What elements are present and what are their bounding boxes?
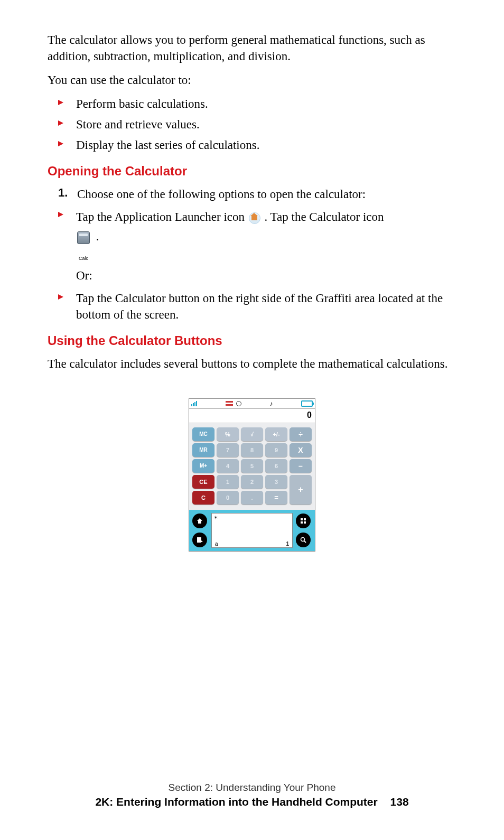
svg-rect-8	[304, 521, 306, 524]
percent-button[interactable]: %	[217, 427, 239, 441]
footer-section: Section 2: Understanding Your Phone	[0, 782, 504, 794]
calc-icon	[77, 231, 90, 244]
apps-nav-icon[interactable]	[296, 514, 311, 528]
c-button[interactable]: C	[192, 491, 214, 505]
mc-button[interactable]: MC	[192, 427, 214, 441]
text-pre: Tap the Application Launcher icon	[76, 210, 248, 223]
bullet-icon	[58, 100, 63, 105]
svg-marker-0	[58, 100, 63, 105]
uses-list: Perform basic calculations. Store and re…	[58, 96, 456, 153]
ce-button[interactable]: CE	[192, 475, 214, 489]
num-4-button[interactable]: 4	[217, 459, 239, 473]
num-6-button[interactable]: 6	[265, 459, 287, 473]
num-5-button[interactable]: 5	[241, 459, 263, 473]
page-number: 138	[390, 796, 409, 808]
num-7-button[interactable]: 7	[217, 443, 239, 457]
note-icon: ♪	[269, 400, 273, 407]
svg-marker-1	[58, 120, 63, 126]
graffiti-label-1: 1	[286, 541, 289, 547]
graffiti-input[interactable]: ✶ a 1	[211, 513, 293, 548]
svg-rect-9	[197, 537, 201, 543]
calc-icon-label: Calc	[79, 256, 88, 261]
home-nav-icon[interactable]	[192, 514, 207, 528]
num-1-button[interactable]: 1	[217, 475, 239, 489]
text-post: .	[96, 230, 99, 243]
graffiti-area: ✶ a 1	[189, 510, 315, 551]
heading-using: Using the Calculator Buttons	[48, 333, 456, 348]
footer-title: 2K: Entering Information into the Handhe…	[95, 796, 377, 808]
multiply-button[interactable]: X	[290, 443, 312, 457]
open-instruction-1: Tap the Application Launcher icon . Tap …	[76, 208, 384, 285]
heading-opening: Opening the Calculator	[48, 164, 456, 179]
svg-marker-2	[58, 141, 63, 146]
step-number: 1.	[58, 186, 68, 200]
status-center	[226, 401, 241, 406]
open-instruction-2: Tap the Calculator button on the right s…	[76, 290, 456, 323]
num-8-button[interactable]: 8	[241, 443, 263, 457]
num-3-button[interactable]: 3	[265, 475, 287, 489]
list-item: Display the last series of calculations.	[58, 137, 456, 153]
list-item: Tap the Application Launcher icon . Tap …	[58, 208, 456, 285]
uses-lead: You can use the calculator to:	[48, 72, 456, 88]
plusminus-button[interactable]: +/-	[265, 427, 287, 441]
using-paragraph: The calculator includes several buttons …	[48, 356, 456, 372]
flag-icon	[226, 401, 233, 406]
text-mid: . Tap the Calculator icon	[265, 210, 384, 223]
find-nav-icon[interactable]	[296, 533, 311, 547]
footer-title-line: 2K: Entering Information into the Handhe…	[0, 796, 504, 808]
bullet-icon	[58, 212, 63, 217]
svg-rect-7	[301, 521, 303, 524]
home-icon	[249, 212, 260, 224]
dot-button[interactable]: .	[241, 491, 263, 505]
list-text: Perform basic calculations.	[76, 96, 208, 112]
target-icon	[236, 401, 241, 406]
bullet-icon	[58, 120, 63, 126]
or-text: Or:	[76, 269, 92, 282]
list-text: Store and retrieve values.	[76, 116, 200, 133]
list-item: Tap the Calculator button on the right s…	[58, 290, 456, 323]
divide-button[interactable]: ÷	[290, 427, 312, 441]
mr-button[interactable]: MR	[192, 443, 214, 457]
calculator-figure: ♪ 0 MC % √ +/- ÷ MR 7 8 9 X M+ 4	[48, 398, 456, 552]
list-item: Perform basic calculations.	[58, 96, 456, 112]
menu-nav-icon[interactable]	[192, 533, 207, 547]
svg-point-10	[301, 537, 305, 541]
graffiti-label-a: a	[215, 541, 218, 547]
device-frame: ♪ 0 MC % √ +/- ÷ MR 7 8 9 X M+ 4	[189, 398, 315, 552]
svg-rect-5	[301, 518, 303, 520]
signal-icon	[191, 401, 197, 406]
page-content: The calculator allows you to perform gen…	[0, 0, 504, 552]
status-bar: ♪	[189, 399, 315, 409]
minus-button[interactable]: –	[290, 459, 312, 473]
num-0-button[interactable]: 0	[217, 491, 239, 505]
battery-icon	[301, 400, 313, 407]
calc-display: 0	[189, 409, 315, 423]
calc-keypad: MC % √ +/- ÷ MR 7 8 9 X M+ 4 5 6 – CE	[192, 427, 312, 505]
svg-marker-4	[58, 294, 63, 300]
list-item: Store and retrieve values.	[58, 116, 456, 133]
graffiti-star: ✶	[213, 515, 218, 520]
step-row: 1. Choose one of the following options t…	[58, 186, 456, 202]
mplus-button[interactable]: M+	[192, 459, 214, 473]
step-text: Choose one of the following options to o…	[77, 186, 366, 202]
bullet-icon	[58, 141, 63, 146]
intro-paragraph: The calculator allows you to perform gen…	[48, 32, 456, 64]
num-2-button[interactable]: 2	[241, 475, 263, 489]
equals-button[interactable]: =	[265, 491, 287, 505]
page-footer: Section 2: Understanding Your Phone 2K: …	[0, 782, 504, 808]
bullet-icon	[58, 294, 63, 300]
num-9-button[interactable]: 9	[265, 443, 287, 457]
list-text: Display the last series of calculations.	[76, 137, 259, 153]
svg-line-11	[304, 541, 306, 543]
plus-button[interactable]: +	[290, 475, 312, 505]
opening-steps: 1. Choose one of the following options t…	[58, 186, 456, 322]
calc-body: MC % √ +/- ÷ MR 7 8 9 X M+ 4 5 6 – CE	[189, 423, 315, 510]
svg-rect-6	[304, 518, 306, 520]
sqrt-button[interactable]: √	[241, 427, 263, 441]
svg-marker-3	[58, 212, 63, 217]
